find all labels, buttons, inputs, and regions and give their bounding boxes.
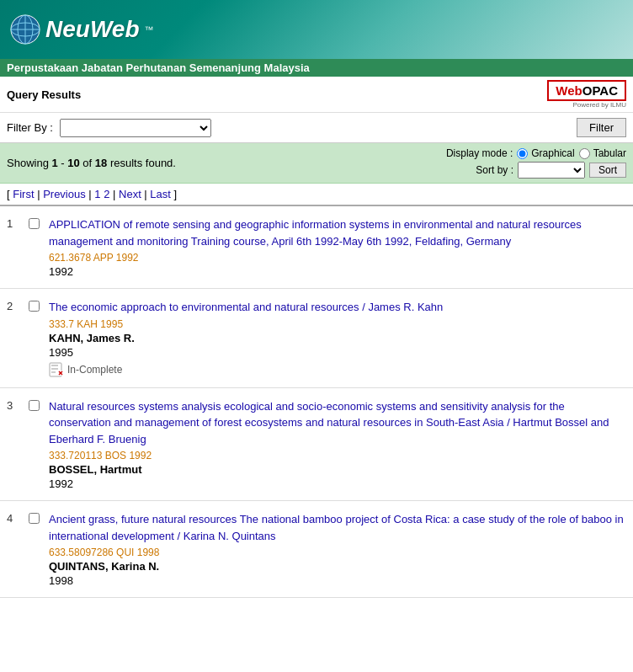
svg-rect-7	[51, 368, 58, 370]
result-checkbox-container	[29, 398, 42, 491]
range-start: 1	[51, 157, 57, 169]
sep3: |	[109, 188, 119, 200]
result-title-link[interactable]: The economic approach to environmental a…	[49, 299, 626, 316]
logo-container: NeuWeb™	[10, 14, 154, 45]
first-page-link[interactable]: First	[13, 188, 34, 200]
result-num: 4	[7, 511, 22, 587]
query-results-bar: Query Results WebOPAC Powered by ILMU	[0, 77, 633, 113]
result-item: 4 Ancient grass, future natural resource…	[0, 501, 633, 598]
tabular-radio-group: Tabular	[579, 147, 626, 159]
result-content: Ancient grass, future natural resources …	[49, 511, 626, 587]
display-sort: Display mode : Graphical Tabular Sort by…	[446, 147, 626, 179]
filter-select[interactable]	[60, 119, 211, 137]
incomplete-icon	[49, 362, 64, 377]
result-item: 2 The economic approach to environmental…	[0, 289, 633, 388]
pagination: [ First | Previous | 1 2 | Next | Last ]	[0, 184, 633, 206]
result-checkbox-container	[29, 511, 42, 587]
graphical-radio[interactable]	[517, 148, 528, 159]
graphical-radio-group: Graphical	[517, 147, 574, 159]
svg-rect-6	[51, 365, 58, 366]
results-list: 1 APPLICATION of remote sensing and geog…	[0, 206, 633, 598]
webopac-opac: OPAC	[582, 83, 618, 98]
dash: -	[58, 157, 68, 169]
webopac-powered: Powered by ILMU	[572, 101, 626, 109]
globe-icon	[10, 14, 40, 45]
tabular-radio[interactable]	[579, 148, 590, 159]
previous-page-link[interactable]: Previous	[43, 188, 86, 200]
result-checkbox[interactable]	[29, 513, 40, 524]
result-call-number: 333.720113 BOS 1992	[49, 450, 626, 461]
result-year: 1992	[49, 477, 626, 490]
result-call-number: 621.3678 APP 1992	[49, 252, 626, 264]
result-call-number: 633.58097286 QUI 1998	[49, 547, 626, 558]
results-count: Showing 1 - 10 of 18 results found.	[7, 157, 176, 169]
subtitle-text: Perpustakaan Jabatan Perhutanan Semenanj…	[7, 61, 310, 74]
incomplete-label: In-Complete	[67, 364, 122, 376]
result-num: 1	[7, 216, 22, 278]
suffix: results found.	[107, 157, 176, 169]
sep2: |	[86, 188, 95, 200]
result-author: QUINTANS, Karina N.	[49, 560, 626, 573]
result-status: In-Complete	[49, 362, 626, 377]
result-year: 1995	[49, 346, 626, 359]
webopac-container: WebOPAC Powered by ILMU	[547, 80, 626, 109]
result-num: 3	[7, 398, 22, 491]
display-mode-row: Display mode : Graphical Tabular	[446, 147, 626, 159]
webopac-web: Web	[556, 83, 582, 98]
of-text: of	[80, 157, 95, 169]
showing-prefix: Showing	[7, 157, 51, 169]
result-call-number: 333.7 KAH 1995	[49, 318, 626, 330]
sort-label: Sort by :	[476, 164, 513, 176]
result-author: BOSSEL, Hartmut	[49, 463, 626, 476]
result-checkbox-container	[29, 216, 42, 278]
tabular-label: Tabular	[593, 147, 626, 159]
result-checkbox[interactable]	[29, 400, 40, 411]
result-content: Natural resources systems analysis ecolo…	[49, 398, 626, 491]
graphical-label: Graphical	[531, 147, 574, 159]
sort-button[interactable]: Sort	[589, 163, 626, 178]
result-year: 1992	[49, 265, 626, 278]
results-info-bar: Showing 1 - 10 of 18 results found. Disp…	[0, 143, 633, 184]
result-item: 1 APPLICATION of remote sensing and geog…	[0, 206, 633, 289]
filter-button[interactable]: Filter	[577, 118, 626, 137]
sep4: |	[141, 188, 151, 200]
result-num: 2	[7, 299, 22, 377]
bracket-close: ]	[171, 188, 177, 200]
result-checkbox[interactable]	[29, 218, 40, 229]
sort-select[interactable]	[518, 162, 585, 179]
logo-tm: ™	[145, 24, 154, 35]
result-year: 1998	[49, 574, 626, 587]
svg-rect-8	[51, 371, 56, 373]
result-checkbox[interactable]	[29, 301, 40, 312]
header: NeuWeb™	[0, 0, 633, 59]
last-page-link[interactable]: Last	[150, 188, 171, 200]
result-item: 3 Natural resources systems analysis eco…	[0, 388, 633, 502]
result-content: The economic approach to environmental a…	[49, 299, 626, 377]
result-checkbox-container	[29, 299, 42, 377]
sort-row: Sort by : Sort	[476, 162, 626, 179]
page1-link[interactable]: 1	[94, 188, 100, 200]
result-title-link[interactable]: Ancient grass, future natural resources …	[49, 511, 626, 544]
result-title-link[interactable]: APPLICATION of remote sensing and geogra…	[49, 216, 626, 249]
next-page-link[interactable]: Next	[119, 188, 141, 200]
display-mode-label: Display mode :	[446, 147, 513, 159]
sep1: |	[35, 188, 44, 200]
result-author: KAHN, James R.	[49, 332, 626, 344]
total: 18	[95, 157, 107, 169]
filter-bar: Filter By : Filter	[0, 113, 633, 143]
webopac-badge: WebOPAC	[547, 80, 626, 101]
result-content: APPLICATION of remote sensing and geogra…	[49, 216, 626, 278]
logo-text: NeuWeb	[45, 16, 140, 43]
subtitle-bar: Perpustakaan Jabatan Perhutanan Semenanj…	[0, 59, 633, 77]
filter-label: Filter By :	[7, 121, 53, 134]
query-results-title: Query Results	[7, 88, 81, 101]
range-end: 10	[67, 157, 79, 169]
result-title-link[interactable]: Natural resources systems analysis ecolo…	[49, 398, 626, 448]
